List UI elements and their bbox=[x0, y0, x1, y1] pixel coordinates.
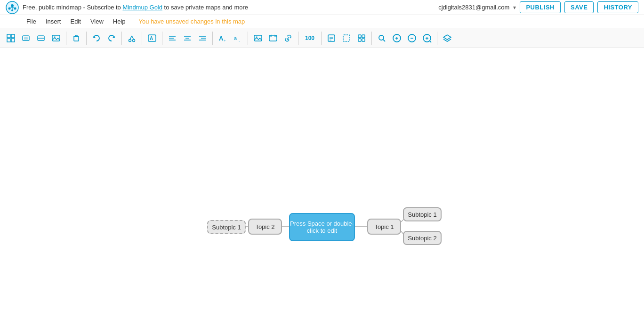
subtopic2-right-node[interactable]: Subtopic 2 bbox=[403, 231, 442, 245]
svg-text:A: A bbox=[219, 35, 224, 42]
mindmup-logo bbox=[6, 1, 19, 14]
image-button[interactable] bbox=[49, 31, 63, 45]
toolbar-separator-3 bbox=[121, 32, 122, 45]
menu-edit[interactable]: Edit bbox=[66, 17, 84, 26]
svg-line-41 bbox=[287, 37, 289, 39]
cut-button[interactable] bbox=[125, 31, 139, 45]
font-bigger-button[interactable]: A+ bbox=[216, 31, 230, 45]
font-smaller-button[interactable]: a- bbox=[231, 31, 245, 45]
svg-rect-38 bbox=[254, 35, 262, 41]
svg-line-61 bbox=[429, 41, 431, 42]
subtopic1-left-node[interactable]: Subtopic 1 bbox=[207, 220, 246, 234]
align-right-button[interactable] bbox=[195, 31, 209, 45]
toolbar-separator-1 bbox=[66, 32, 66, 45]
svg-text:+: + bbox=[224, 39, 226, 43]
mindmup-gold-link[interactable]: Mindmup Gold bbox=[122, 4, 162, 11]
align-center-button[interactable] bbox=[180, 31, 194, 45]
svg-rect-47 bbox=[358, 35, 361, 38]
subtopic1-right-node[interactable]: Subtopic 1 bbox=[403, 207, 442, 221]
search-button[interactable] bbox=[375, 31, 389, 45]
svg-rect-18 bbox=[74, 37, 79, 41]
redo-button[interactable] bbox=[105, 31, 119, 45]
svg-point-20 bbox=[133, 39, 135, 41]
topic2-node[interactable]: Topic 2 bbox=[248, 219, 282, 235]
svg-line-21 bbox=[130, 36, 132, 40]
svg-rect-13 bbox=[24, 37, 28, 40]
svg-point-51 bbox=[379, 35, 384, 40]
svg-rect-8 bbox=[7, 34, 10, 38]
align-left-button[interactable] bbox=[165, 31, 179, 45]
select-button[interactable] bbox=[339, 31, 354, 45]
toolbar-separator-5 bbox=[162, 32, 162, 45]
central-node[interactable]: Press Space or double-click to edit bbox=[289, 213, 355, 241]
menu-file[interactable]: File bbox=[23, 17, 40, 26]
svg-rect-16 bbox=[52, 35, 60, 41]
top-bar-right: cjdigitals2831@gmail.com ▾ PUBLISH SAVE … bbox=[438, 1, 638, 13]
topic1-node[interactable]: Topic 1 bbox=[367, 219, 401, 235]
history-button[interactable]: HISTORY bbox=[597, 1, 638, 13]
svg-text:A: A bbox=[150, 36, 153, 41]
top-bar-left: Free, public mindmap - Subscribe to Mind… bbox=[6, 1, 248, 14]
toolbar-separator-4 bbox=[142, 32, 142, 45]
group-button[interactable] bbox=[19, 31, 33, 45]
menu-insert[interactable]: Insert bbox=[42, 17, 65, 26]
zoom-fit-button[interactable] bbox=[420, 31, 434, 45]
undo-button[interactable] bbox=[89, 31, 104, 45]
menu-help[interactable]: Help bbox=[109, 17, 129, 26]
svg-rect-10 bbox=[7, 39, 10, 42]
zoom-in-button[interactable] bbox=[390, 31, 404, 45]
svg-rect-42 bbox=[328, 35, 335, 41]
layers-button[interactable] bbox=[440, 31, 454, 45]
menu-bar: File Insert Edit View Help You have unsa… bbox=[0, 15, 644, 28]
screenshot-button[interactable] bbox=[266, 31, 280, 45]
canvas[interactable]: Press Space or double-click to edit Topi… bbox=[0, 48, 644, 310]
delete-button[interactable] bbox=[69, 31, 83, 45]
publish-button[interactable]: PUBLISH bbox=[520, 1, 561, 13]
toolbar-separator-8 bbox=[298, 32, 298, 45]
toolbar-separator-7 bbox=[248, 32, 248, 45]
unsaved-message: You have unsaved changes in this map bbox=[139, 18, 245, 25]
svg-rect-11 bbox=[11, 39, 15, 42]
svg-line-22 bbox=[132, 36, 134, 40]
note-button[interactable] bbox=[324, 31, 338, 45]
svg-point-4 bbox=[11, 9, 13, 11]
menu-view[interactable]: View bbox=[87, 17, 107, 26]
svg-rect-9 bbox=[11, 34, 15, 38]
link-button[interactable] bbox=[281, 31, 295, 45]
collapse-button[interactable] bbox=[34, 31, 48, 45]
svg-text:-: - bbox=[239, 39, 240, 43]
banner-text: Free, public mindmap - Subscribe to Mind… bbox=[23, 4, 248, 11]
svg-rect-49 bbox=[358, 39, 361, 41]
svg-point-19 bbox=[129, 39, 131, 41]
insert-image-button[interactable] bbox=[251, 31, 265, 45]
svg-text:a: a bbox=[234, 35, 237, 41]
dropdown-arrow-icon[interactable]: ▾ bbox=[513, 4, 516, 11]
svg-rect-50 bbox=[362, 39, 365, 41]
group3-button[interactable] bbox=[354, 31, 369, 45]
toolbar-separator-2 bbox=[86, 32, 87, 45]
svg-point-1 bbox=[11, 4, 14, 7]
user-email: cjdigitals2831@gmail.com bbox=[438, 4, 509, 11]
toolbar: A A+ a- 100 bbox=[0, 28, 644, 48]
number-button[interactable]: 100 bbox=[301, 31, 318, 45]
top-bar: Free, public mindmap - Subscribe to Mind… bbox=[0, 0, 644, 15]
toolbar-separator-10 bbox=[371, 32, 372, 45]
svg-rect-48 bbox=[362, 35, 365, 38]
svg-rect-46 bbox=[343, 35, 350, 41]
toolbar-separator-6 bbox=[212, 32, 213, 45]
text-format-button[interactable]: A bbox=[145, 31, 159, 45]
toolbar-separator-9 bbox=[321, 32, 322, 45]
toolbar-separator-11 bbox=[437, 32, 437, 45]
add-box-button[interactable] bbox=[4, 31, 18, 45]
connectors-svg bbox=[0, 48, 644, 310]
svg-line-52 bbox=[383, 40, 385, 41]
zoom-out-button[interactable] bbox=[405, 31, 419, 45]
save-button[interactable]: SAVE bbox=[564, 1, 594, 13]
